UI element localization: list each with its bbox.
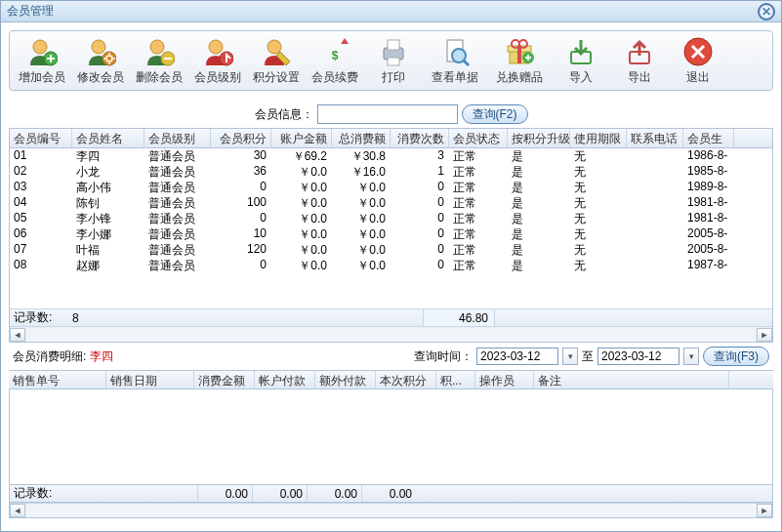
member-level-button[interactable]: 会员级别: [189, 33, 246, 88]
totals-spend: 46.80: [423, 309, 495, 326]
col-header[interactable]: 销售日期: [106, 371, 194, 389]
col-header[interactable]: 操作员: [475, 371, 534, 389]
renew-button[interactable]: $ 会员续费: [307, 33, 363, 88]
close-icon[interactable]: ✕: [758, 3, 775, 20]
edit-member-button[interactable]: 修改会员: [72, 33, 129, 88]
col-header[interactable]: 消费金额: [194, 371, 255, 389]
date-from-picker-icon[interactable]: ▾: [562, 348, 578, 365]
search-label: 会员信息：: [255, 106, 313, 123]
search-row: 会员信息： 查询(F2): [1, 99, 781, 128]
gift-icon: [504, 36, 535, 67]
scroll-left-icon[interactable]: ◄: [10, 504, 25, 517]
export-button[interactable]: 导出: [611, 33, 668, 88]
svg-text:$: $: [332, 49, 339, 62]
col-header[interactable]: 账户金额: [271, 129, 332, 147]
user-delete-icon: [144, 36, 175, 67]
member-search-input[interactable]: [317, 104, 458, 124]
svg-point-7: [209, 40, 223, 54]
table-row[interactable]: 08赵娜普通会员0￥0.0￥0.00正常是无1987-8-: [10, 258, 772, 273]
detail-grid-body[interactable]: [9, 389, 773, 485]
add-member-button[interactable]: 增加会员: [14, 33, 70, 88]
date-from-input[interactable]: 2023-03-12: [476, 348, 558, 365]
detail-h-scrollbar[interactable]: ◄ ►: [9, 503, 773, 518]
col-header[interactable]: 帐户付款: [255, 371, 315, 389]
col-header[interactable]: 总消费额: [332, 129, 391, 147]
import-button[interactable]: 导入: [553, 33, 609, 88]
detail-search-button[interactable]: 查询(F3): [703, 347, 769, 366]
h-scrollbar[interactable]: ◄ ►: [10, 326, 772, 342]
exit-button[interactable]: 退出: [670, 33, 726, 88]
table-row[interactable]: 01李四普通会员30￥69.2￥30.83正常是无1986-8-: [10, 148, 772, 164]
svg-point-5: [150, 40, 164, 54]
svg-point-9: [268, 40, 281, 54]
scroll-left-icon[interactable]: ◄: [10, 328, 25, 342]
export-icon: [624, 36, 655, 67]
svg-point-0: [33, 40, 47, 54]
table-row[interactable]: 04陈钊普通会员100￥0.0￥0.00正常是无1981-8-: [10, 195, 772, 211]
time-label: 查询时间：: [414, 348, 473, 365]
col-header[interactable]: 会员积分: [211, 129, 271, 147]
table-row[interactable]: 05李小锋普通会员0￥0.0￥0.00正常是无1981-8-: [10, 211, 772, 226]
col-header[interactable]: 会员姓名: [72, 129, 144, 147]
titlebar: 会员管理 ✕: [1, 1, 781, 22]
date-to-input[interactable]: 2023-03-12: [597, 348, 679, 365]
members-grid: 会员编号会员姓名会员级别会员积分账户金额总消费额消费次数会员状态按积分升级使用期…: [9, 128, 773, 343]
points-settings-button[interactable]: 积分设置: [248, 33, 305, 88]
col-header[interactable]: 会员生: [683, 129, 734, 147]
money-icon: $: [319, 36, 350, 67]
col-header[interactable]: 额外付款: [315, 371, 376, 389]
user-add-icon: [26, 36, 58, 67]
table-row[interactable]: 07叶福普通会员120￥0.0￥0.00正常是无2005-8-: [10, 242, 772, 258]
col-header[interactable]: 按积分升级: [508, 129, 570, 147]
svg-rect-12: [388, 40, 399, 50]
svg-rect-18: [517, 46, 521, 63]
redeem-gift-button[interactable]: 兑换赠品: [488, 33, 551, 88]
search-button[interactable]: 查询(F2): [462, 104, 528, 124]
col-header[interactable]: 本次积分: [376, 371, 436, 389]
user-level-icon: [202, 36, 233, 67]
col-header[interactable]: 销售单号: [9, 371, 106, 389]
selected-member-name: 李四: [90, 348, 113, 365]
date-to-picker-icon[interactable]: ▾: [683, 348, 699, 365]
member-management-window: 会员管理 ✕ 增加会员 修改会员 删除会员 会员级别 积分设置: [0, 0, 782, 532]
exit-icon: [682, 36, 714, 67]
col-header[interactable]: 联系电话: [627, 129, 683, 147]
points-icon: [261, 36, 292, 67]
detail-grid-header: 销售单号销售日期消费金额帐户付款额外付款本次积分积...操作员备注: [9, 370, 773, 389]
print-button[interactable]: 打印: [365, 33, 422, 88]
table-row[interactable]: 06李小娜普通会员10￥0.0￥0.00正常是无2005-8-: [10, 226, 772, 242]
scroll-right-icon[interactable]: ►: [757, 504, 772, 517]
svg-point-15: [452, 49, 466, 62]
col-header[interactable]: 积...: [436, 371, 475, 389]
detail-label: 会员消费明细:: [13, 348, 86, 365]
view-bill-button[interactable]: 查看单据: [424, 33, 486, 88]
scroll-right-icon[interactable]: ►: [757, 328, 772, 342]
col-header[interactable]: 会员状态: [449, 129, 508, 147]
members-grid-header: 会员编号会员姓名会员级别会员积分账户金额总消费额消费次数会员状态按积分升级使用期…: [10, 129, 772, 148]
table-row[interactable]: 02小龙普通会员36￥0.0￥16.01正常是无1985-8-: [10, 164, 772, 180]
import-icon: [565, 36, 597, 67]
detail-filter-row: 会员消费明细: 李四 查询时间： 2023-03-12 ▾ 至 2023-03-…: [1, 343, 781, 370]
col-header[interactable]: 会员编号: [10, 129, 72, 147]
members-totals-row: 记录数: 8 46.80: [10, 308, 772, 326]
search-doc-icon: [439, 36, 471, 67]
col-header[interactable]: 会员级别: [144, 129, 211, 147]
user-edit-icon: [85, 36, 116, 67]
col-header[interactable]: 使用期限: [570, 129, 627, 147]
detail-totals-row: 记录数: 0.00 0.00 0.00 0.00: [9, 485, 773, 503]
printer-icon: [378, 36, 409, 67]
toolbar: 增加会员 修改会员 删除会员 会员级别 积分设置 $ 会员续费: [9, 30, 773, 91]
col-header[interactable]: 消费次数: [391, 129, 449, 147]
to-label: 至: [582, 348, 594, 365]
col-header[interactable]: 备注: [534, 371, 729, 389]
table-row[interactable]: 03高小伟普通会员0￥0.0￥0.00正常是无1989-8-: [10, 180, 772, 195]
svg-point-2: [92, 40, 105, 54]
members-grid-body[interactable]: 01李四普通会员30￥69.2￥30.83正常是无1986-8-02小龙普通会员…: [10, 148, 772, 308]
svg-rect-13: [388, 58, 399, 65]
window-title: 会员管理: [7, 3, 758, 20]
delete-member-button[interactable]: 删除会员: [131, 33, 187, 88]
